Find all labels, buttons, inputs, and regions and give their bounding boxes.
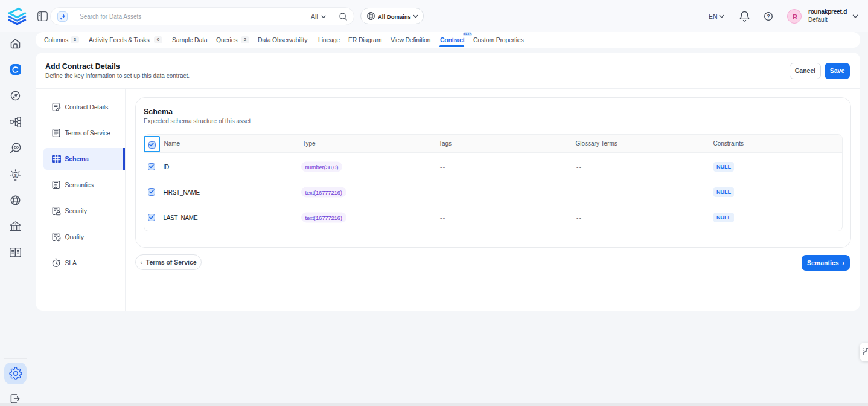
svg-text:?: ? [767,13,770,19]
